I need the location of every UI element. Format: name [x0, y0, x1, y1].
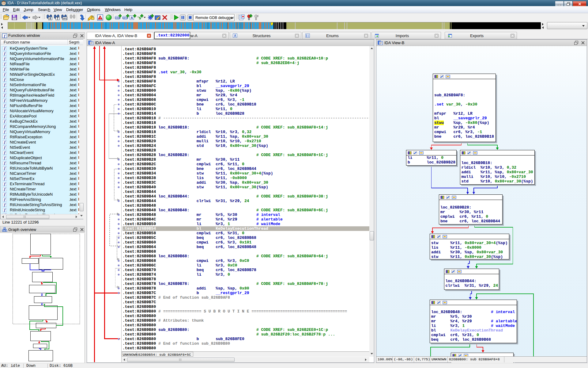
svg-text:T: T: [57, 17, 58, 20]
svg-text:#: #: [49, 17, 51, 20]
svg-text:DATA: DATA: [123, 17, 128, 19]
svg-text:101: 101: [63, 17, 67, 20]
svg-text:A: A: [131, 16, 133, 20]
